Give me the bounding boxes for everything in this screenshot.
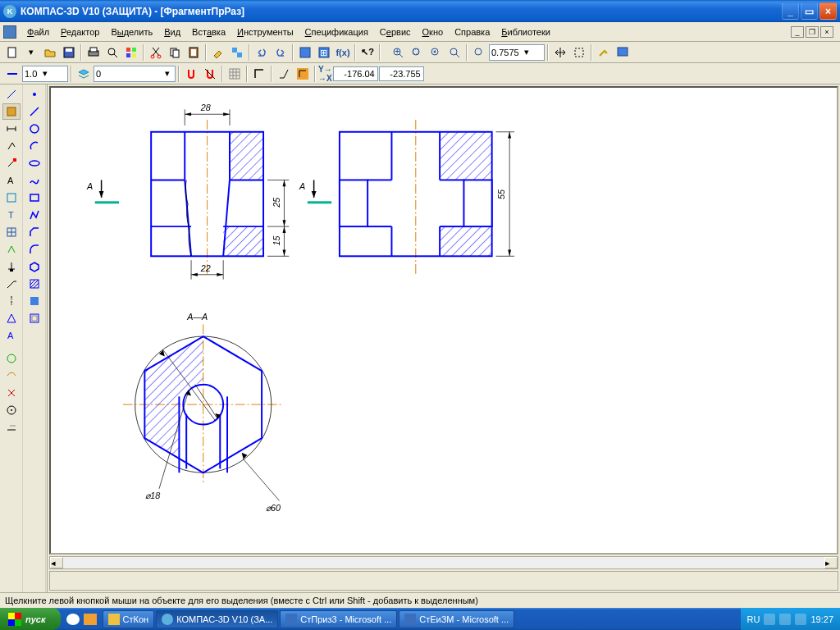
ortho-button[interactable] — [250, 65, 268, 83]
rebuild-button[interactable] — [122, 43, 140, 62]
extra3-icon[interactable] — [2, 385, 21, 401]
menu-lib[interactable]: Библиотеки — [495, 25, 556, 39]
menu-select[interactable]: Выделить — [105, 25, 158, 39]
dim-panel-icon[interactable] — [2, 121, 21, 137]
style-combo[interactable]: 1.0▾ — [22, 66, 68, 82]
zoom-rect-button[interactable] — [570, 43, 588, 62]
taskbar-item-3[interactable]: СтПриз3 - Microsoft ... — [280, 610, 397, 628]
redraw-button[interactable] — [595, 43, 613, 62]
coord-x[interactable]: -176.04 — [333, 66, 378, 81]
taskbar-item-2[interactable]: КОМПАС-3D V10 (ЗА... — [156, 610, 278, 628]
leader-panel-icon[interactable] — [2, 276, 21, 292]
hatch-tool[interactable] — [25, 276, 43, 292]
layers-icon[interactable] — [75, 65, 93, 83]
base-panel-icon[interactable] — [2, 258, 21, 275]
menu-spec[interactable]: Спецификация — [299, 25, 374, 39]
ellipse-tool[interactable] — [25, 155, 43, 171]
label-panel-icon[interactable] — [2, 138, 21, 154]
polygon-tool[interactable] — [25, 258, 43, 275]
paste-button[interactable] — [185, 43, 203, 62]
copy-props-button[interactable] — [228, 43, 246, 62]
equid-tool[interactable] — [25, 310, 43, 326]
rect-tool[interactable] — [25, 189, 43, 206]
maximize-button[interactable]: ▭ — [801, 2, 818, 20]
preview-button[interactable] — [103, 43, 121, 62]
lcs-button[interactable] — [294, 65, 312, 83]
pan-button[interactable] — [551, 43, 569, 62]
ql-icon-2[interactable] — [84, 614, 97, 625]
h-scrollbar[interactable]: ◂▸ — [49, 556, 838, 569]
save-button[interactable] — [60, 43, 78, 62]
param-panel-icon[interactable]: A — [2, 172, 21, 189]
print-button[interactable] — [84, 43, 103, 62]
new-button[interactable] — [3, 43, 21, 62]
polyline-tool[interactable] — [25, 207, 43, 223]
view-panel-icon[interactable] — [2, 310, 21, 326]
line-tool[interactable] — [25, 103, 43, 120]
extra2-icon[interactable] — [2, 368, 21, 384]
menu-tools[interactable]: Инструменты — [231, 25, 299, 39]
zoom-prev-button[interactable] — [427, 43, 445, 62]
extra4-icon[interactable] — [2, 402, 21, 418]
undo-button[interactable] — [253, 43, 271, 62]
contour-tool[interactable] — [25, 293, 43, 309]
spline-tool[interactable] — [25, 172, 43, 189]
lang-indicator[interactable]: RU — [747, 614, 760, 624]
tray-icon-3[interactable] — [795, 614, 806, 625]
menu-edit[interactable]: Редактор — [55, 25, 105, 39]
table-panel-icon[interactable] — [2, 224, 21, 240]
layer-combo[interactable]: 0▾ — [94, 66, 176, 82]
drawing-canvas[interactable]: А А — [49, 86, 838, 555]
mdi-min[interactable]: _ — [791, 26, 804, 38]
new-dd[interactable]: ▾ — [22, 43, 40, 62]
menu-view[interactable]: Вид — [158, 25, 186, 39]
coord-y[interactable]: -23.755 — [379, 66, 424, 81]
vars-button[interactable]: ⊞ — [315, 43, 333, 62]
line-style-icon[interactable] — [3, 65, 21, 83]
zoom-fit-button[interactable] — [445, 43, 463, 62]
open-button[interactable] — [41, 43, 59, 62]
extra1-icon[interactable] — [2, 350, 21, 367]
close-button[interactable]: × — [819, 2, 837, 20]
fx-button[interactable]: f(x) — [334, 43, 352, 62]
menu-window[interactable]: Окно — [417, 25, 450, 39]
tray-icon-2[interactable] — [779, 614, 791, 625]
mdi-restore[interactable]: ❐ — [806, 26, 819, 38]
zoom-combo[interactable]: 0.7575▾ — [489, 44, 545, 61]
manager-button[interactable] — [296, 43, 314, 62]
extra5-icon[interactable] — [2, 419, 21, 436]
menu-insert[interactable]: Вставка — [186, 25, 231, 39]
minimize-button[interactable]: _ — [782, 2, 799, 20]
snap-settings[interactable] — [201, 65, 219, 83]
text-panel-icon[interactable]: T — [2, 207, 21, 223]
taskbar-item-4[interactable]: СтЕиЗМ - Microsoft ... — [399, 610, 514, 628]
refresh-button[interactable] — [614, 43, 632, 62]
arc-tool[interactable] — [25, 138, 43, 154]
menu-service[interactable]: Сервис — [374, 25, 417, 39]
clock[interactable]: 19:27 — [810, 614, 833, 624]
select-panel-icon[interactable] — [2, 103, 21, 120]
taskbar-item-1[interactable]: СтКон — [103, 610, 155, 628]
help-context-button[interactable]: ↖? — [358, 43, 377, 62]
zoom-scale-button[interactable] — [470, 43, 488, 62]
menu-file[interactable]: ФФайлайл — [21, 25, 55, 39]
redo-button[interactable] — [272, 43, 290, 62]
text2-icon[interactable]: A — [2, 327, 21, 344]
menu-help[interactable]: Справка — [449, 25, 495, 39]
zoom-in-button[interactable]: + — [389, 43, 407, 62]
measure-panel-icon[interactable] — [2, 189, 21, 206]
snap-toggle[interactable] — [182, 65, 200, 83]
edit-panel-icon[interactable] — [2, 155, 21, 171]
mdi-close[interactable]: × — [820, 26, 833, 38]
chamfer-tool[interactable] — [25, 224, 43, 240]
fillet-tool[interactable] — [25, 241, 43, 258]
ql-icon-1[interactable] — [66, 614, 80, 625]
cut-button[interactable] — [147, 43, 165, 62]
props-button[interactable] — [209, 43, 227, 62]
copy-button[interactable] — [166, 43, 184, 62]
round-button[interactable] — [275, 65, 293, 83]
point-tool[interactable] — [25, 86, 43, 103]
axis-panel-icon[interactable] — [2, 293, 21, 309]
tray-icon-1[interactable] — [764, 614, 775, 625]
circle-tool[interactable] — [25, 121, 43, 137]
